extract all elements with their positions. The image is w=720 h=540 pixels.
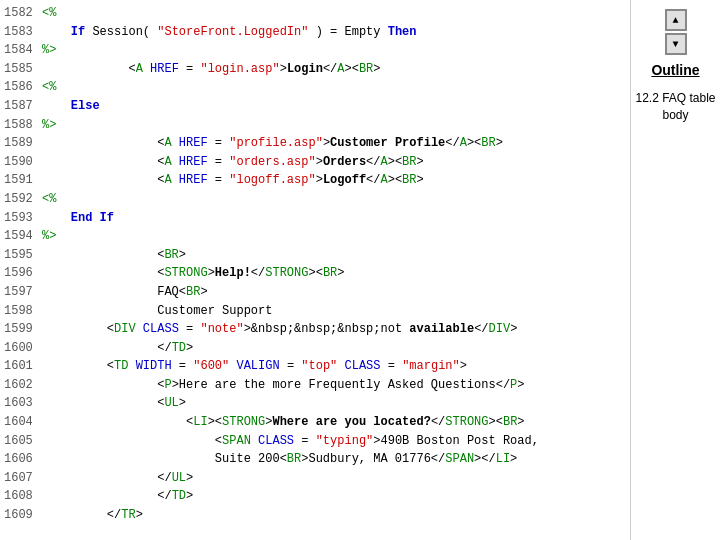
- line-number: 1595: [4, 246, 42, 265]
- line-content: Else: [42, 97, 626, 116]
- line-number: 1598: [4, 302, 42, 321]
- sidebar: ▲ ▼ Outline 12.2 FAQ table body: [630, 0, 720, 540]
- table-row: 1589 <A HREF = "profile.asp">Customer Pr…: [0, 134, 630, 153]
- table-row: 1606 Suite 200<BR>Sudbury, MA 01776</SPA…: [0, 450, 630, 469]
- line-number: 1586: [4, 78, 42, 97]
- line-content: <TD WIDTH = "600" VALIGN = "top" CLASS =…: [42, 357, 626, 376]
- line-number: 1605: [4, 432, 42, 451]
- table-row: 1592<%: [0, 190, 630, 209]
- arrow-up-button[interactable]: ▲: [665, 9, 687, 31]
- line-number: 1599: [4, 320, 42, 339]
- line-content: Suite 200<BR>Sudbury, MA 01776</SPAN></L…: [42, 450, 626, 469]
- line-content: <LI><STRONG>Where are you located?</STRO…: [42, 413, 626, 432]
- table-row: 1598 Customer Support: [0, 302, 630, 321]
- table-row: 1604 <LI><STRONG>Where are you located?<…: [0, 413, 630, 432]
- table-row: 1605 <SPAN CLASS = "typing">490B Boston …: [0, 432, 630, 451]
- line-number: 1591: [4, 171, 42, 190]
- line-number: 1590: [4, 153, 42, 172]
- table-row: 1585 <A HREF = "login.asp">Login</A><BR>: [0, 60, 630, 79]
- table-row: 1609 </TR>: [0, 506, 630, 525]
- line-content: <%: [42, 78, 626, 97]
- line-content: %>: [42, 41, 626, 60]
- line-number: 1601: [4, 357, 42, 376]
- table-row: 1599 <DIV CLASS = "note">&nbsp;&nbsp;&nb…: [0, 320, 630, 339]
- line-number: 1583: [4, 23, 42, 42]
- line-number: 1604: [4, 413, 42, 432]
- line-number: 1603: [4, 394, 42, 413]
- line-number: 1608: [4, 487, 42, 506]
- line-number: 1606: [4, 450, 42, 469]
- section-label: 12.2 FAQ table body: [635, 90, 716, 124]
- line-number: 1587: [4, 97, 42, 116]
- line-number: 1588: [4, 116, 42, 135]
- table-row: 1582<%: [0, 4, 630, 23]
- table-row: 1591 <A HREF = "logoff.asp">Logoff</A><B…: [0, 171, 630, 190]
- table-row: 1588%>: [0, 116, 630, 135]
- line-content: <A HREF = "login.asp">Login</A><BR>: [42, 60, 626, 79]
- line-content: <STRONG>Help!</STRONG><BR>: [42, 264, 626, 283]
- arrow-down-button[interactable]: ▼: [665, 33, 687, 55]
- line-number: 1589: [4, 134, 42, 153]
- table-row: 1594%>: [0, 227, 630, 246]
- table-row: 1597 FAQ<BR>: [0, 283, 630, 302]
- table-row: 1601 <TD WIDTH = "600" VALIGN = "top" CL…: [0, 357, 630, 376]
- line-number: 1592: [4, 190, 42, 209]
- table-row: 1593 End If: [0, 209, 630, 228]
- table-row: 1607 </UL>: [0, 469, 630, 488]
- table-row: 1583 If Session( "StoreFront.LoggedIn" )…: [0, 23, 630, 42]
- table-row: 1586<%: [0, 78, 630, 97]
- table-row: 1590 <A HREF = "orders.asp">Orders</A><B…: [0, 153, 630, 172]
- line-content: If Session( "StoreFront.LoggedIn" ) = Em…: [42, 23, 626, 42]
- line-content: %>: [42, 227, 626, 246]
- line-content: <P>Here are the more Frequently Asked Qu…: [42, 376, 626, 395]
- line-content: </TD>: [42, 339, 626, 358]
- line-number: 1594: [4, 227, 42, 246]
- table-row: 1584%>: [0, 41, 630, 60]
- line-number: 1582: [4, 4, 42, 23]
- line-content: <A HREF = "profile.asp">Customer Profile…: [42, 134, 626, 153]
- line-content: Customer Support: [42, 302, 626, 321]
- line-content: FAQ<BR>: [42, 283, 626, 302]
- table-row: 1587 Else: [0, 97, 630, 116]
- line-content: End If: [42, 209, 626, 228]
- line-number: 1596: [4, 264, 42, 283]
- line-content: </TD>: [42, 487, 626, 506]
- nav-arrows: ▲ ▼: [665, 8, 687, 56]
- line-number: 1607: [4, 469, 42, 488]
- line-number: 1584: [4, 41, 42, 60]
- table-row: 1603 <UL>: [0, 394, 630, 413]
- line-content: <%: [42, 190, 626, 209]
- line-content: <DIV CLASS = "note">&nbsp;&nbsp;&nbsp;no…: [42, 320, 626, 339]
- line-content: <A HREF = "logoff.asp">Logoff</A><BR>: [42, 171, 626, 190]
- line-content: <%: [42, 4, 626, 23]
- table-row: 1595 <BR>: [0, 246, 630, 265]
- line-content: %>: [42, 116, 626, 135]
- line-number: 1597: [4, 283, 42, 302]
- line-number: 1600: [4, 339, 42, 358]
- line-content: <SPAN CLASS = "typing">490B Boston Post …: [42, 432, 626, 451]
- line-content: </UL>: [42, 469, 626, 488]
- line-content: <UL>: [42, 394, 626, 413]
- code-panel: 1582<%1583 If Session( "StoreFront.Logge…: [0, 0, 630, 540]
- line-number: 1609: [4, 506, 42, 525]
- line-content: <A HREF = "orders.asp">Orders</A><BR>: [42, 153, 626, 172]
- line-number: 1585: [4, 60, 42, 79]
- line-content: <BR>: [42, 246, 626, 265]
- table-row: 1608 </TD>: [0, 487, 630, 506]
- table-row: 1602 <P>Here are the more Frequently Ask…: [0, 376, 630, 395]
- table-row: 1596 <STRONG>Help!</STRONG><BR>: [0, 264, 630, 283]
- line-number: 1602: [4, 376, 42, 395]
- line-content: </TR>: [42, 506, 626, 525]
- line-number: 1593: [4, 209, 42, 228]
- table-row: 1600 </TD>: [0, 339, 630, 358]
- outline-label: Outline: [651, 62, 699, 78]
